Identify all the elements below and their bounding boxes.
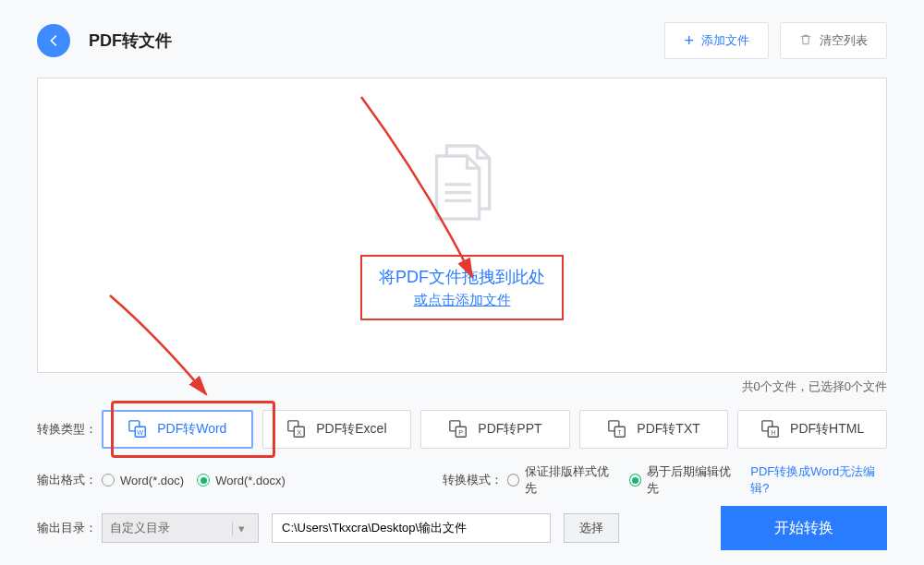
radio-icon: [197, 474, 210, 487]
trash-icon: [799, 33, 812, 49]
browse-button[interactable]: 选择: [564, 513, 619, 543]
svg-text:T: T: [618, 429, 622, 436]
radio-label: Word(*.doc): [120, 474, 184, 487]
radio-format-docx[interactable]: Word(*.docx): [197, 474, 286, 487]
tab-pdf-to-excel[interactable]: X PDF转Excel: [262, 410, 412, 449]
radio-icon: [629, 474, 641, 487]
select-value: 自定义目录: [110, 520, 170, 536]
tab-label: PDF转Word: [157, 421, 226, 438]
svg-text:W: W: [137, 428, 143, 437]
ppt-icon: P: [448, 419, 468, 439]
convert-mode-label: 转换模式：: [443, 472, 507, 488]
radio-icon: [102, 474, 115, 487]
radio-format-doc[interactable]: Word(*.doc): [102, 474, 184, 487]
chevron-down-icon: ▾: [232, 522, 250, 535]
tab-pdf-to-txt[interactable]: T PDF转TXT: [579, 410, 729, 449]
add-file-label: 添加文件: [701, 32, 749, 49]
radio-mode-edit[interactable]: 易于后期编辑优先: [629, 463, 738, 497]
tab-pdf-to-word[interactable]: W PDF转Word: [102, 410, 253, 449]
output-format-label: 输出格式：: [37, 472, 102, 488]
radio-label: 易于后期编辑优先: [647, 463, 737, 497]
radio-label: 保证排版样式优先: [525, 463, 615, 497]
output-dir-select[interactable]: 自定义目录 ▾: [102, 513, 259, 543]
svg-text:P: P: [459, 428, 464, 437]
arrow-left-icon: [45, 32, 62, 49]
word-icon: W: [128, 419, 148, 439]
txt-icon: T: [607, 419, 627, 439]
back-button[interactable]: [37, 24, 70, 57]
tab-label: PDF转Excel: [316, 421, 386, 438]
page-title: PDF转文件: [89, 30, 172, 52]
start-convert-button[interactable]: 开始转换: [721, 506, 887, 550]
drop-message-line2[interactable]: 或点击添加文件: [379, 292, 545, 309]
tab-pdf-to-html[interactable]: H PDF转HTML: [737, 410, 887, 449]
tab-pdf-to-ppt[interactable]: P PDF转PPT: [420, 410, 570, 449]
svg-text:X: X: [298, 428, 302, 437]
clear-list-button[interactable]: 清空列表: [780, 22, 887, 59]
html-icon: H: [760, 419, 781, 439]
drop-message-line1: 将PDF文件拖拽到此处: [379, 266, 545, 288]
help-link[interactable]: PDF转换成Word无法编辑?: [750, 463, 887, 497]
document-stack-icon: [411, 131, 513, 242]
clear-list-label: 清空列表: [820, 32, 868, 49]
tab-label: PDF转TXT: [637, 421, 699, 438]
tab-label: PDF转HTML: [790, 421, 864, 438]
output-path-input[interactable]: [272, 513, 551, 543]
file-count-status: 共0个文件，已选择0个文件: [0, 377, 924, 404]
drop-message-box: 将PDF文件拖拽到此处 或点击添加文件: [360, 255, 564, 320]
excel-icon: X: [286, 419, 307, 439]
dropzone[interactable]: 将PDF文件拖拽到此处 或点击添加文件: [37, 78, 887, 373]
svg-text:H: H: [772, 429, 776, 436]
radio-icon: [507, 474, 519, 487]
add-file-button[interactable]: + 添加文件: [664, 22, 769, 59]
radio-mode-layout[interactable]: 保证排版样式优先: [507, 463, 616, 497]
plus-icon: +: [684, 32, 694, 49]
radio-label: Word(*.docx): [215, 474, 286, 487]
tab-label: PDF转PPT: [478, 421, 541, 438]
output-dir-label: 输出目录：: [37, 520, 102, 536]
convert-type-label: 转换类型：: [37, 421, 102, 438]
